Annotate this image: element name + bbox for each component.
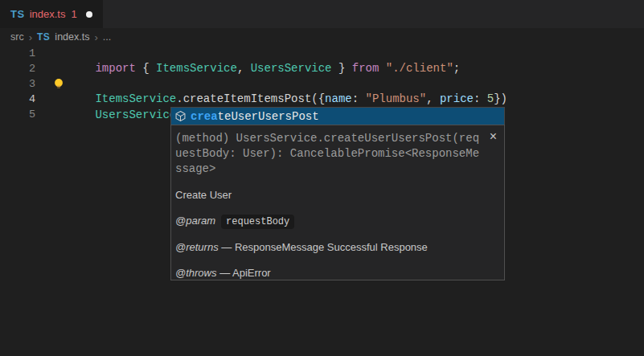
method-signature: (method) UsersService.createUserUsersPos… [171, 125, 504, 177]
code-line-1[interactable]: 1 import { ItemsService, UsersService } … [0, 46, 644, 61]
code-token: ({ [311, 92, 325, 105]
throws-tag: @throws [175, 267, 217, 279]
code-token: 5 [487, 92, 494, 105]
line-number: 5 [0, 107, 35, 122]
suggestion-match-text: crea [191, 110, 218, 123]
code-token: { [136, 62, 156, 75]
breadcrumb: src › TS index.ts › ... [0, 28, 644, 46]
code-token: : [474, 92, 487, 105]
tab-bar: TS index.ts 1 [0, 0, 644, 28]
code-token: "./client" [386, 62, 453, 75]
returns-tag: @returns [175, 241, 219, 253]
code-token: }) [494, 92, 507, 105]
line-number: 1 [0, 46, 35, 61]
code-token: , [237, 62, 251, 75]
code-token: from [352, 62, 379, 75]
code-token: name [325, 92, 352, 105]
throws-text: — ApiError [219, 267, 271, 279]
unsaved-changes-dot-icon[interactable] [86, 11, 92, 18]
suggestion-docs-panel: (method) UsersService.createUserUsersPos… [170, 125, 505, 280]
code-token: } [332, 62, 352, 75]
suggestion-label: createUserUsersPost [191, 110, 319, 123]
breadcrumb-folder[interactable]: src [10, 31, 24, 43]
docs-param-row: @paramrequestBody [175, 215, 496, 228]
typescript-file-icon: TS [10, 8, 25, 20]
tab-filename: index.ts [30, 8, 66, 20]
docs-throws-row: @throws — ApiError [175, 267, 496, 279]
line-number: 4 [0, 92, 35, 107]
breadcrumb-file[interactable]: index.ts [55, 31, 89, 43]
breadcrumb-symbol-ellipsis[interactable]: ... [103, 31, 111, 43]
symbol-method-icon [174, 110, 187, 122]
code-line-3[interactable]: 3 ItemsService.createItemItemsPost({name… [0, 76, 644, 92]
param-name-chip: requestBody [221, 215, 294, 229]
code-token: ; [453, 62, 460, 75]
code-token: "Plumbus" [366, 92, 427, 105]
param-tag: @param [175, 215, 215, 227]
line-number: 3 [0, 76, 35, 92]
code-token: price [440, 92, 474, 105]
tab-error-count: 1 [71, 8, 76, 20]
docs-body: Create User @paramrequestBody @returns —… [171, 177, 504, 279]
tab-index-ts[interactable]: TS index.ts 1 [0, 0, 103, 28]
code-token [379, 62, 385, 75]
line-number: 2 [0, 61, 35, 76]
code-token: UsersService [251, 62, 332, 75]
code-token: import [95, 62, 135, 75]
close-icon[interactable]: × [490, 131, 497, 142]
suggestion-item-createUserUsersPost[interactable]: createUserUsersPost [170, 107, 505, 125]
code-token: UsersService [95, 108, 176, 121]
code-token: ItemsService [156, 62, 237, 75]
chevron-right-icon: › [29, 32, 32, 43]
returns-text: — ResponseMessage Successful Response [221, 241, 428, 253]
docs-returns-row: @returns — ResponseMessage Successful Re… [175, 241, 496, 253]
lightbulb-icon[interactable] [53, 76, 68, 92]
code-token: : [352, 92, 366, 105]
code-token: , [426, 92, 440, 105]
docs-summary: Create User [175, 189, 496, 201]
suggestion-rest-text: teUserUsersPost [218, 110, 319, 123]
typescript-file-icon: TS [37, 31, 50, 43]
chevron-right-icon: › [94, 32, 97, 43]
